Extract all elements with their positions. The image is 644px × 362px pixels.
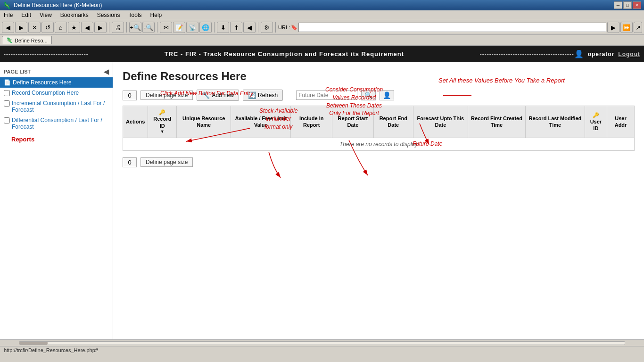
- col-free-limit: Available / Free Limit Value: [231, 106, 291, 138]
- address-go-button[interactable]: ▶: [607, 22, 619, 33]
- user-id-icon: 🔑: [593, 112, 599, 118]
- sidebar-item-define-resources[interactable]: 📄 Define Resources Here: [0, 77, 113, 88]
- toolbar-separator5: [258, 22, 258, 33]
- back3-button[interactable]: ◀: [243, 22, 256, 33]
- col-last-modified: Record Last Modified Time: [526, 106, 585, 138]
- username-label: operator: [588, 51, 615, 58]
- app-header-dashes-right: ----------------------------------------: [480, 51, 574, 58]
- col-actions: Actions: [123, 106, 148, 138]
- bookmark-star-button[interactable]: ★: [68, 22, 80, 33]
- rss-button[interactable]: 📡: [186, 22, 198, 33]
- future-date-input[interactable]: [296, 90, 357, 100]
- stop-button[interactable]: ✕: [28, 22, 41, 33]
- col-first-created: Record First Created Time: [468, 106, 525, 138]
- page-icon: 📄: [4, 79, 11, 86]
- bottom-toolbar: 0 Define page size: [123, 157, 635, 167]
- close-button[interactable]: ✕: [633, 1, 641, 9]
- add-new-button[interactable]: 🔧 Add new: [197, 90, 239, 101]
- zoom-out-button[interactable]: -🔍: [142, 22, 155, 33]
- table-header-row: Actions 🔑 Record ID ▼ Unique Resource Na…: [123, 106, 635, 138]
- page-list-label: PAGE LIST: [4, 69, 31, 74]
- menu-sessions[interactable]: Sessions: [95, 11, 122, 19]
- reload-button[interactable]: ↺: [41, 22, 54, 33]
- browser-tab[interactable]: 🦎 Define Reso...: [2, 36, 52, 44]
- col-resource-name: Unique Resource Name: [177, 106, 231, 138]
- menu-file[interactable]: File: [2, 11, 15, 19]
- define-page-size-button[interactable]: Define page size: [140, 90, 193, 100]
- refresh-button[interactable]: 🔄 Refresh: [243, 90, 283, 101]
- sidebar-item-incremental-consumption[interactable]: Incremental Consumption / Last For / For…: [0, 98, 113, 115]
- title-bar: 🦎 Define Resources Here (K-Meleon) ─ □ ✕: [0, 0, 644, 10]
- content-area: Define Resources Here Click Add New Butt…: [113, 62, 644, 339]
- col-include-report: Include In Report: [291, 106, 332, 138]
- browser-toolbar: ◀ ▶ ✕ ↺ ⌂ ★ ◀ ▶ 🖨 +🔍 -🔍 ✉ 📝 📡 🌐 ⬇ ⬆ ◀ ⚙ …: [0, 20, 644, 35]
- address-toolbar-buttons: ▶ ⏩ ↗: [607, 22, 642, 33]
- menu-help[interactable]: Help: [149, 11, 164, 19]
- tab-bar: 🦎 Define Reso...: [0, 35, 644, 46]
- logout-button[interactable]: Logout: [618, 51, 640, 58]
- toolbar-separator6: [275, 22, 276, 33]
- app-header-user: 👤 operator Logout: [574, 49, 640, 58]
- col-user-addr: User Addr: [607, 106, 635, 138]
- sidebar-item-record-consumption[interactable]: Record Consumption Here: [0, 88, 113, 98]
- address-input[interactable]: http://trcfir/Define_Resources_Here.php: [298, 23, 606, 32]
- home-button[interactable]: ⌂: [55, 22, 67, 33]
- sidebar-label-record-consumption: Record Consumption Here: [12, 90, 79, 96]
- zoom-in-button[interactable]: +🔍: [129, 22, 141, 33]
- scrollbar-thumb[interactable]: [19, 342, 48, 345]
- scrollbar-track[interactable]: [19, 341, 625, 345]
- incremental-consumption-checkbox[interactable]: [4, 100, 10, 107]
- menu-view[interactable]: View: [38, 11, 54, 19]
- refresh-icon: 🔄: [248, 91, 256, 99]
- compose-button[interactable]: 📝: [173, 22, 185, 33]
- settings-button[interactable]: ⚙: [261, 22, 273, 33]
- advanced-search-button[interactable]: 👤: [380, 90, 394, 100]
- col-record-id[interactable]: 🔑 Record ID ▼: [148, 106, 177, 138]
- toolbar-separator3: [157, 22, 157, 33]
- sidebar-label-differential-consumption: Differential Consumption / Last For / Fo…: [12, 117, 109, 130]
- maximize-button[interactable]: □: [623, 1, 632, 9]
- app-header-title: TRC - FIR - Track Resource Consumption a…: [89, 50, 480, 58]
- address-extra-button[interactable]: ↗: [634, 22, 642, 33]
- url-label: URL:: [278, 25, 290, 30]
- sort-arrow-icon: ▼: [151, 129, 173, 135]
- col-report-start: Report Start Date: [332, 106, 373, 138]
- download-button[interactable]: ⬇: [217, 22, 229, 33]
- toolbar-separator2: [126, 22, 127, 33]
- minimize-button[interactable]: ─: [614, 1, 622, 9]
- search-button[interactable]: 🔍: [361, 90, 376, 100]
- horizontal-scrollbar[interactable]: [0, 339, 644, 346]
- forward-button[interactable]: ▶: [15, 22, 27, 33]
- menu-tools[interactable]: Tools: [127, 11, 144, 19]
- mail-button[interactable]: ✉: [160, 22, 172, 33]
- forward2-button[interactable]: ▶: [94, 22, 107, 33]
- record-consumption-checkbox[interactable]: [4, 90, 10, 96]
- globe-button[interactable]: 🌐: [199, 22, 212, 33]
- col-forecast-upto: Forecast Upto This Date: [413, 106, 468, 138]
- sidebar: PAGE LIST ◀ 📄 Define Resources Here Reco…: [0, 62, 113, 339]
- add-new-label: Add new: [212, 92, 234, 99]
- differential-consumption-checkbox[interactable]: [4, 117, 10, 123]
- menu-edit[interactable]: Edit: [19, 11, 33, 19]
- sidebar-header: PAGE LIST ◀: [0, 66, 113, 77]
- favicon-icon: 🔖: [291, 25, 297, 31]
- window-title: Define Resources Here (K-Meleon): [14, 2, 102, 8]
- sidebar-item-differential-consumption[interactable]: Differential Consumption / Last For / Fo…: [0, 115, 113, 132]
- print-button[interactable]: 🖨: [112, 22, 124, 33]
- add-icon: 🔧: [202, 91, 210, 99]
- upload-button[interactable]: ⬆: [230, 22, 242, 33]
- sidebar-label-incremental-consumption: Incremental Consumption / Last For / For…: [12, 100, 109, 113]
- back2-button[interactable]: ◀: [81, 22, 93, 33]
- menu-bar: File Edit View Bookmarks Sessions Tools …: [0, 10, 644, 20]
- app-header: ------------------------------------ TRC…: [0, 46, 644, 62]
- tab-icon: 🦎: [6, 37, 13, 43]
- bottom-define-page-size-button[interactable]: Define page size: [140, 157, 193, 167]
- sidebar-collapse-button[interactable]: ◀: [104, 68, 109, 75]
- data-table: Actions 🔑 Record ID ▼ Unique Resource Na…: [123, 106, 635, 151]
- address-fwd-button[interactable]: ⏩: [620, 22, 633, 33]
- col-user-id: 🔑 User ID: [585, 106, 607, 138]
- reports-link[interactable]: Reports: [0, 132, 113, 145]
- menu-bookmarks[interactable]: Bookmarks: [58, 11, 91, 19]
- toolbar-separator4: [214, 22, 215, 33]
- back-button[interactable]: ◀: [2, 22, 14, 33]
